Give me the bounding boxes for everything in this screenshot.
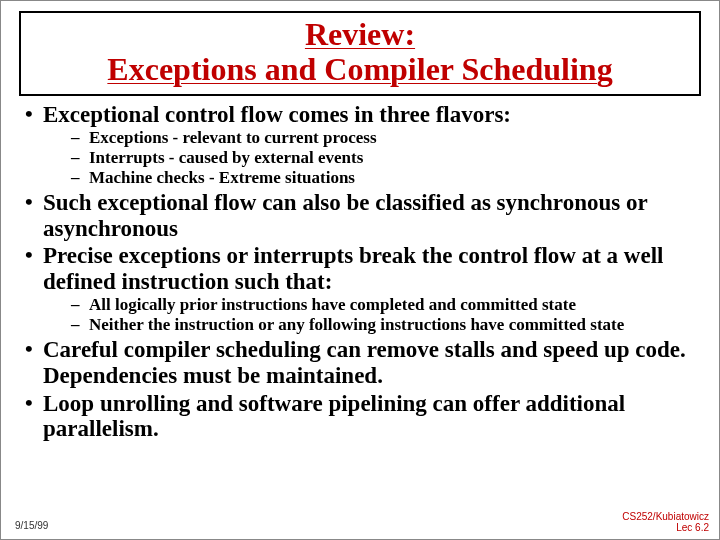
sub-item: Neither the instruction or any following… [71,315,705,335]
sub-item: Interrupts - caused by external events [71,148,705,168]
bullet-item: Careful compiler scheduling can remove s… [19,337,705,389]
sub-list: All logically prior instructions have co… [71,295,705,335]
title-line-2: Exceptions and Compiler Scheduling [107,51,612,87]
sub-item: Machine checks - Extreme situations [71,168,705,188]
sub-item: Exceptions - relevant to current process [71,128,705,148]
bullet-item: Exceptional control flow comes in three … [19,102,705,188]
sub-item: All logically prior instructions have co… [71,295,705,315]
footer-course: CS252/Kubiatowicz [622,511,709,522]
bullet-text: Loop unrolling and software pipelining c… [43,391,625,442]
slide-title: Review: Exceptions and Compiler Scheduli… [27,17,693,86]
footer-right: CS252/Kubiatowicz Lec 6.2 [622,511,709,533]
bullet-list: Exceptional control flow comes in three … [19,102,705,442]
bullet-item: Loop unrolling and software pipelining c… [19,391,705,443]
bullet-text: Exceptional control flow comes in three … [43,102,511,127]
title-box: Review: Exceptions and Compiler Scheduli… [19,11,701,96]
slide: Review: Exceptions and Compiler Scheduli… [0,0,720,540]
bullet-item: Such exceptional flow can also be classi… [19,190,705,242]
bullet-text: Precise exceptions or interrupts break t… [43,243,663,294]
footer-date: 9/15/99 [15,520,48,531]
sub-list: Exceptions - relevant to current process… [71,128,705,188]
bullet-item: Precise exceptions or interrupts break t… [19,243,705,335]
bullet-text: Careful compiler scheduling can remove s… [43,337,686,388]
bullet-text: Such exceptional flow can also be classi… [43,190,647,241]
footer-lecture: Lec 6.2 [676,522,709,533]
title-line-1: Review: [305,16,415,52]
